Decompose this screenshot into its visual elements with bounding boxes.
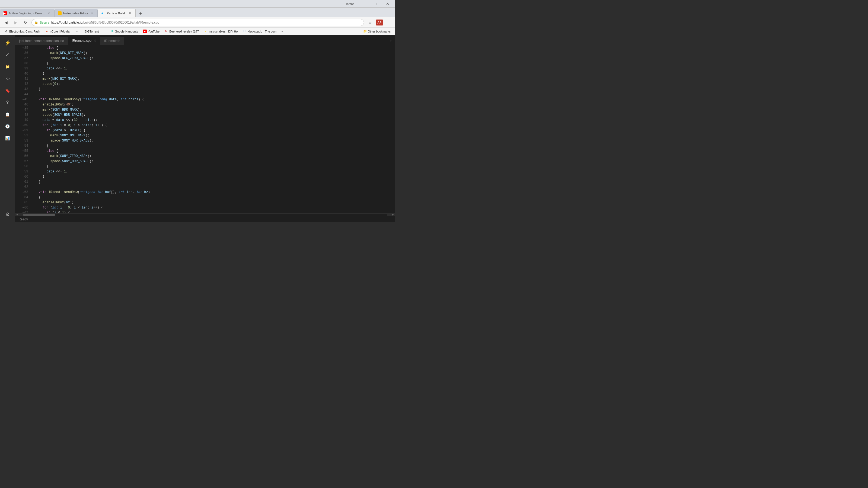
secure-label: Secure <box>40 21 50 24</box>
code-line-41: mark(NEC_BIT_MARK); <box>35 76 395 82</box>
status-text: Ready. <box>19 218 29 221</box>
code-line-51: if (data & TOPBIT) { <box>35 128 395 133</box>
bookmark-1[interactable]: ⚙ Electronics, Cars, Fash <box>2 29 42 34</box>
ln-40: 40 <box>15 71 30 76</box>
editor-tab-h[interactable]: IRremote.h <box>100 37 124 45</box>
bookmark-6[interactable]: I Instructables - DIY Ho <box>202 29 240 34</box>
other-bookmarks[interactable]: 📁 Other bookmarks <box>361 29 393 34</box>
code-line-37: space(NEC_ZERO_SPACE); <box>35 56 395 61</box>
editor-add-tab-button[interactable]: + <box>387 37 395 45</box>
bookmark-star-button[interactable]: ☆ <box>366 19 374 26</box>
code-content[interactable]: else { mark(NEC_BIT_MARK); space(NEC_ZER… <box>33 45 395 213</box>
sidebar-bookmark-icon[interactable]: 🔖 <box>2 85 13 96</box>
code-line-40: } <box>35 71 395 76</box>
editor-tab-ino[interactable]: jedi-force-home-automation.ino <box>15 37 68 45</box>
sidebar: ⚡ ✓ 📁 <> 🔖 ? 📋 🕐 📊 ⚙ <box>0 35 15 222</box>
url-base: https://build.particle.io <box>51 21 83 24</box>
browser-tab-3[interactable]: ● Particle Build ✕ <box>98 9 135 18</box>
bookmark-7[interactable]: H Hackster.io - The com <box>240 29 279 34</box>
reload-button[interactable]: ↻ <box>22 19 29 26</box>
ln-66: ▼66 <box>15 205 30 210</box>
code-editor: ▼35 36 37 38 39 40 41 42 43 44 ▼45 46 47… <box>15 45 395 216</box>
code-line-60: } <box>35 174 395 180</box>
close-button[interactable]: ✕ <box>381 0 394 8</box>
ln-52: 52 <box>15 133 30 138</box>
sidebar-docs-icon[interactable]: 📋 <box>2 109 13 120</box>
title-bar-user: Tamás <box>346 2 354 5</box>
tab-title-2: Instructable Editor <box>63 12 88 15</box>
code-line-52: mark(SONY_ONE_MARK); <box>35 133 395 138</box>
bookmark-favicon-2: n <box>45 30 49 33</box>
menu-button[interactable]: ⋮ <box>385 19 393 26</box>
address-bar: ◀ ▶ ↻ 🔒 Secure https://build.particle.io… <box>0 18 395 28</box>
ln-63: ▼63 <box>15 190 30 195</box>
bookmark-label-5: Beérkező levelek (147 <box>169 30 199 33</box>
maximize-button[interactable]: □ <box>369 0 381 8</box>
ln-62: 62 <box>15 185 30 190</box>
omnibox[interactable]: 🔒 Secure https://build.particle.io/build… <box>31 19 364 26</box>
code-line-44 <box>35 92 395 97</box>
sidebar-history-icon[interactable]: 🕐 <box>2 121 13 132</box>
editor-tab-cpp-label: IRremote.cpp <box>72 39 91 42</box>
code-line-63: void IRsend::sendRaw(unsigned int buf[],… <box>35 190 395 195</box>
scroll-left-button[interactable]: ◀ <box>15 213 19 216</box>
bookmark-more-label: » <box>281 30 283 33</box>
sidebar-flash-icon[interactable]: ⚡ <box>2 37 13 48</box>
scroll-right-button[interactable]: ▶ <box>391 213 395 216</box>
code-line-48: space(SONY_HDR_SPACE); <box>35 112 395 118</box>
bookmark-4[interactable]: H Google Hangouts <box>108 29 140 34</box>
sidebar-settings-icon[interactable]: ⚙ <box>2 209 13 220</box>
bookmark-label-1: Electronics, Cars, Fash <box>9 30 40 33</box>
bookmark-more[interactable]: » <box>279 29 285 34</box>
scroll-track[interactable] <box>23 214 388 216</box>
back-button[interactable]: ◀ <box>2 19 10 26</box>
other-bookmarks-label: Other bookmarks <box>368 30 391 33</box>
code-line-43: } <box>35 87 395 92</box>
tab-close-2[interactable]: ✕ <box>90 11 94 15</box>
ln-44: 44 <box>15 92 30 97</box>
ln-45: ▼45 <box>15 97 30 102</box>
code-line-54: } <box>35 143 395 149</box>
editor-tab-cpp-close[interactable]: ✕ <box>94 39 96 42</box>
horizontal-scrollbar[interactable]: ◀ ▶ <box>15 213 395 216</box>
bookmarks-bar: ⚙ Electronics, Cars, Fash n nCore | Főol… <box>0 28 395 35</box>
sidebar-files-icon[interactable]: 📁 <box>2 61 13 72</box>
bookmark-favicon-youtube: ▶ <box>143 30 147 33</box>
sidebar-help-icon[interactable]: ? <box>2 97 13 108</box>
tab-title-1: A New Beginning - Bens... <box>9 12 45 15</box>
tab-close-3[interactable]: ✕ <box>128 11 132 15</box>
scroll-thumb[interactable] <box>23 214 55 216</box>
ln-55: ▼55 <box>15 149 30 154</box>
tab-title-3: Particle Build <box>106 12 126 15</box>
ln-67: ▼67 <box>15 210 30 213</box>
browser-tab-1[interactable]: ▶ A New Beginning - Bens... ✕ <box>0 9 55 18</box>
code-line-38: } <box>35 61 395 66</box>
editor-area: jedi-force-home-automation.ino IRremote.… <box>15 35 395 222</box>
editor-tab-ino-label: jedi-force-home-automation.ino <box>19 39 64 43</box>
bookmark-label-7: Hackster.io - The com <box>247 30 276 33</box>
bookmark-2[interactable]: n nCore | Főoldal <box>43 29 72 34</box>
ln-51: ▼51 <box>15 128 30 133</box>
editor-tab-cpp[interactable]: IRremote.cpp ✕ <box>68 36 100 45</box>
minimize-button[interactable]: — <box>356 0 369 8</box>
bookmark-youtube[interactable]: ▶ YouTube <box>141 29 162 34</box>
sidebar-verify-icon[interactable]: ✓ <box>2 50 13 60</box>
bookmark-5[interactable]: M Beérkező levelek (147 <box>162 29 201 34</box>
code-line-67: if (i & 1) { <box>35 210 395 213</box>
new-tab-button[interactable]: + <box>137 10 144 18</box>
bookmark-favicon-5: M <box>164 30 168 33</box>
code-line-39: data <<= 1; <box>35 66 395 71</box>
browser-tab-2[interactable]: I Instructable Editor ✕ <box>55 9 98 18</box>
code-line-57: space(SONY_HDR_SPACE); <box>35 159 395 164</box>
code-line-36: mark(NEC_BIT_MARK); <box>35 51 395 56</box>
code-scroll-area[interactable]: ▼35 36 37 38 39 40 41 42 43 44 ▼45 46 47… <box>15 45 395 213</box>
bookmark-3[interactable]: ≡ -==BIGTorrent===- <box>73 29 107 34</box>
bookmark-label-3: -==BIGTorrent===- <box>80 30 105 33</box>
sidebar-code-icon[interactable]: <> <box>2 73 13 84</box>
bookmark-label-2: nCore | Főoldal <box>50 30 70 33</box>
tab-close-1[interactable]: ✕ <box>46 11 51 15</box>
tab-favicon-1: ▶ <box>3 11 7 15</box>
extensions-button[interactable]: AP <box>376 20 383 26</box>
sidebar-stats-icon[interactable]: 📊 <box>2 133 13 144</box>
forward-button[interactable]: ▶ <box>12 19 20 26</box>
